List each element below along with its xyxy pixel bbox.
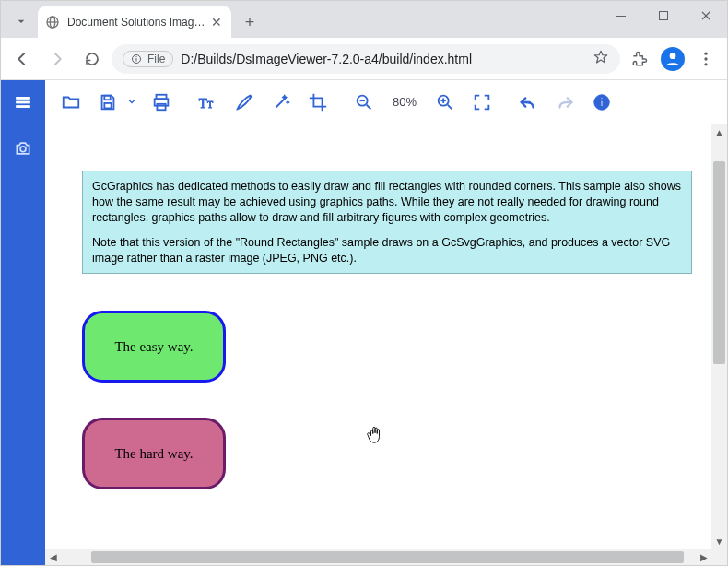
svg-point-34 [20,147,26,152]
hard-way-rect: The hard way. [82,418,226,489]
document-page: GcGraphics has dedicated methods to easi… [82,171,692,565]
svg-line-25 [367,104,371,109]
window-maximize-button[interactable] [642,1,685,30]
about-button[interactable] [583,84,620,121]
app-body: GcGraphics has dedicated methods to easi… [1,124,727,565]
url-file-chip: File [123,51,173,67]
svg-text:T: T [207,99,213,109]
menu-button[interactable] [1,80,45,124]
description-paragraph-1: GcGraphics has dedicated methods to easi… [92,179,682,226]
brush-tool-button[interactable] [226,84,263,121]
hard-way-label: The hard way. [114,446,193,462]
scroll-up-arrow[interactable]: ▲ [711,124,727,140]
open-file-button[interactable] [53,84,89,121]
profile-button[interactable] [657,43,688,75]
browser-tab[interactable]: Document Solutions Image Vie ✕ [38,6,231,38]
horizontal-scrollbar[interactable]: ◀ ▶ [45,549,711,565]
svg-rect-17 [104,95,110,100]
tab-title: Document Solutions Image Vie [67,16,209,29]
svg-rect-32 [601,100,603,106]
left-sidebar [1,124,45,565]
window-controls [600,1,727,38]
svg-rect-14 [17,97,30,99]
tab-favicon-icon [45,15,60,29]
canvas-area: GcGraphics has dedicated methods to easi… [45,124,727,565]
zoom-out-button[interactable] [346,84,382,121]
browser-window: Document Solutions Image Vie ✕ + File D:… [0,0,728,566]
svg-point-10 [670,53,676,59]
horizontal-scroll-thumb[interactable] [91,551,684,563]
scroll-left-arrow[interactable]: ◀ [45,549,61,565]
extensions-button[interactable] [624,43,655,75]
tab-close-button[interactable]: ✕ [209,15,224,29]
zoom-in-button[interactable] [427,84,464,121]
url-text: D:/Builds/DsImageViewer-7.2.0-a4/build/i… [181,52,585,66]
nav-back-button[interactable] [6,43,38,75]
easy-way-rect: The easy way. [82,311,226,383]
scroll-down-arrow[interactable]: ▼ [711,534,727,549]
undo-button[interactable] [510,84,546,121]
svg-rect-8 [136,58,137,62]
zoom-percent[interactable]: 80% [382,95,427,109]
description-box: GcGraphics has dedicated methods to easi… [82,171,692,274]
svg-rect-33 [601,97,603,99]
tab-strip: Document Solutions Image Vie ✕ + [1,1,727,38]
nav-reload-button[interactable] [76,43,108,75]
svg-rect-18 [104,102,111,108]
omnibox[interactable]: File D:/Builds/DsImageViewer-7.2.0-a4/bu… [112,44,620,74]
text-tool-button[interactable]: TT [189,84,226,121]
svg-rect-16 [17,105,30,107]
print-button[interactable] [143,84,180,121]
scroll-corner [711,549,727,565]
address-bar: File D:/Builds/DsImageViewer-7.2.0-a4/bu… [1,38,727,80]
easy-way-label: The easy way. [114,339,193,355]
app-toolbar: TT 80% [1,80,727,124]
tabs-search-button[interactable] [8,8,34,34]
redo-button[interactable] [546,84,583,121]
vertical-scrollbar[interactable]: ▲ ▼ [711,124,727,549]
magic-wand-button[interactable] [263,84,299,121]
vertical-scroll-thumb[interactable] [713,161,725,364]
canvas-scroll[interactable]: GcGraphics has dedicated methods to easi… [45,124,727,565]
fullscreen-button[interactable] [464,84,500,121]
scroll-right-arrow[interactable]: ▶ [696,549,711,565]
svg-line-28 [448,104,452,109]
browser-menu-button[interactable] [690,43,722,75]
svg-point-11 [704,52,707,54]
app-viewport: TT 80% GcGraphics has dedica [1,80,727,565]
svg-rect-9 [136,56,137,57]
svg-rect-4 [660,12,668,20]
crop-tool-button[interactable] [299,84,336,121]
svg-point-13 [704,63,707,65]
save-button[interactable] [89,84,126,121]
window-minimize-button[interactable] [600,1,642,30]
camera-icon[interactable] [5,130,41,167]
svg-rect-15 [17,101,30,103]
window-close-button[interactable] [685,1,727,30]
bookmark-star-icon[interactable] [593,49,609,68]
description-paragraph-2: Note that this version of the "Round Rec… [92,235,682,266]
new-tab-button[interactable]: + [237,9,263,35]
save-menu-caret[interactable] [126,94,143,111]
svg-text:T: T [199,95,207,110]
svg-point-12 [704,57,707,60]
svg-rect-3 [616,16,626,17]
nav-forward-button[interactable] [41,43,73,75]
file-chip-label: File [147,53,165,65]
